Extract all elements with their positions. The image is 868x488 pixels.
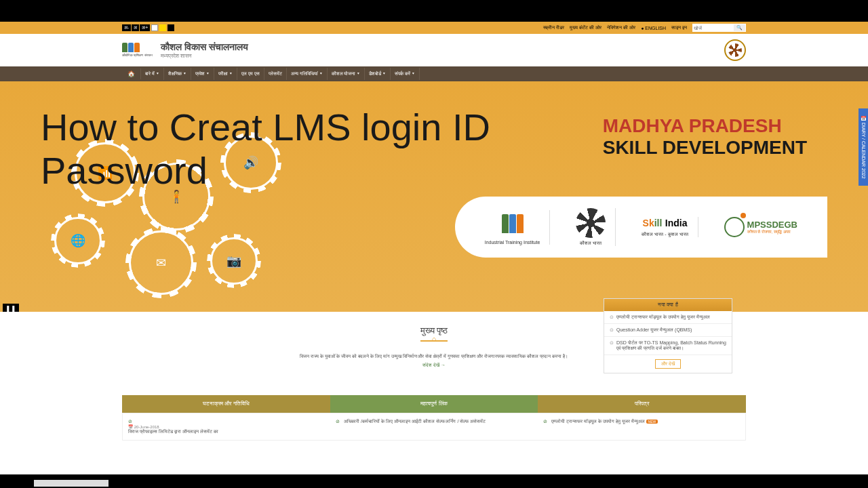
whats-new-item[interactable]: एम्प्लोयी ट्रान्सफर मॉड्यूल के उपयोग हेत…	[604, 311, 732, 324]
mail-icon: ✉	[156, 256, 166, 270]
site-title: कौशल विकास संचालनालय	[161, 41, 248, 53]
theme-black[interactable]	[167, 24, 174, 31]
text-size-plus[interactable]: अ+	[140, 24, 150, 31]
camera-icon: 📷	[226, 253, 241, 268]
nav-contact[interactable]: संपर्क करें ▾	[391, 68, 420, 80]
nav-exam[interactable]: परीक्षा ▾	[214, 68, 237, 80]
theme-yellow[interactable]	[159, 24, 166, 31]
whats-new-panel: नया क्या है एम्प्लोयी ट्रान्सफर मॉड्यूल …	[604, 298, 732, 373]
site-header: औद्योगिक प्रशिक्षण संस्थान कौशल विकास सं…	[0, 34, 868, 66]
divider-icon	[420, 340, 448, 342]
main-nav: 🏠 बारे में ▾ शैक्षणिक ▾ प्रवेश ▾ परीक्षा…	[0, 66, 868, 81]
nav-skill-plan[interactable]: कौशल योजना ▾	[328, 68, 366, 80]
tab-events-content: ⊘ 📅 20-June-2018 विराज प्रोफाइल्स लिमिटे…	[123, 413, 330, 440]
state-emblem	[724, 39, 746, 61]
check-icon: ⊘	[128, 419, 132, 424]
check-icon: ⊘	[543, 419, 547, 424]
nav-activities[interactable]: अन्य गतिविधियां ▾	[287, 68, 328, 80]
hero-title-2: SKILL DEVELOPMENT	[603, 137, 807, 159]
brand-iti: Industrial Training Institute	[475, 210, 551, 245]
utility-bar: अ- अ अ+ स्क्रीन रीडर मुख्य कंटेंट की ओर …	[0, 22, 868, 34]
more-button[interactable]: और देखें	[655, 359, 681, 369]
search-box: 🔍	[692, 24, 746, 32]
skip-content-link[interactable]: मुख्य कंटेंट की ओर	[570, 25, 601, 30]
main-content: नया क्या है एम्प्लोयी ट्रान्सफर मॉड्यूल …	[0, 312, 868, 474]
brand-strip: Industrial Training Institute कौशल भारत …	[455, 197, 827, 258]
video-bottom-bar	[0, 476, 868, 488]
nav-lms[interactable]: एल एम एस	[237, 68, 264, 80]
theme-white[interactable]	[151, 24, 158, 31]
ashoka-emblem-icon	[576, 208, 606, 238]
tab-circulars[interactable]: परिपत्र	[538, 395, 746, 413]
hero-title-1: MADHYA PRADESH	[603, 115, 807, 137]
info-tabs: घटनाक्रम और गतिविधि महत्वपूर्ण लिंक परिप…	[122, 395, 746, 441]
text-size-minus[interactable]: अ-	[122, 24, 131, 31]
tab-circulars-content: ⊘ एम्प्लोयी ट्रान्सफर मॉड्यूल के उपयोग ह…	[538, 413, 745, 440]
whats-new-header: नया क्या है	[604, 299, 732, 311]
globe-icon: 🌐	[71, 233, 85, 248]
nav-home[interactable]: 🏠	[122, 68, 141, 79]
nav-academic[interactable]: शैक्षणिक ▾	[164, 68, 191, 80]
progress-segment	[34, 480, 108, 487]
text-size-controls: अ- अ अ+	[122, 24, 150, 31]
text-size-normal[interactable]: अ	[132, 24, 139, 31]
nav-placement[interactable]: प्लेसमेंट	[264, 68, 287, 80]
screen-reader-link[interactable]: स्क्रीन रीडर	[543, 25, 564, 30]
language-toggle[interactable]: ● ENGLISH	[641, 26, 666, 30]
nav-admission[interactable]: प्रवेश ▾	[191, 68, 214, 80]
tab-events[interactable]: घटनाक्रम और गतिविधि	[122, 395, 330, 413]
search-button[interactable]: 🔍	[734, 24, 745, 31]
search-input[interactable]	[693, 25, 734, 31]
check-icon: ⊘	[336, 419, 340, 424]
skip-nav-link[interactable]: नेविगेशन की ओर	[607, 25, 635, 30]
site-subtitle: मध्यप्रदेश शासन	[161, 53, 248, 60]
carousel-pause-button[interactable]: ❚❚	[3, 304, 19, 312]
whats-new-item[interactable]: DSD पोर्टल पर TO-TS Mapping, Batch Statu…	[604, 337, 732, 355]
tab-links-content: ⊘ अधिकारी /कर्मचारियों के लिए ऑनलाइन आईट…	[330, 413, 538, 440]
gear-icon	[724, 217, 745, 237]
tab-links[interactable]: महत्वपूर्ण लिंक	[330, 395, 538, 413]
brand-mpssdegb: MPSSDEGB कौशल से रोजगार, समृद्धि अपार	[715, 217, 807, 237]
nav-about[interactable]: बारे में ▾	[141, 68, 164, 80]
whats-new-item[interactable]: Question Adder यूजर मैन्युअल (QBMS)	[604, 324, 732, 337]
video-overlay-title: How to Creat LMS login ID Password	[41, 106, 490, 193]
brand-skill-india: Skill India कौशल भारत - कुशल भारत	[632, 217, 698, 237]
nav-dashboard[interactable]: डैशबोर्ड ▾	[365, 68, 391, 80]
iti-logo[interactable]: औद्योगिक प्रशिक्षण संस्थान	[122, 43, 153, 58]
signin-link[interactable]: साइन इन	[671, 25, 687, 30]
hero-banner: 📶 🧍 🔊 🌐 ✉ 📷 How to Creat LMS login ID Pa…	[0, 81, 868, 312]
new-badge: NEW	[646, 420, 658, 424]
diary-calendar-tab[interactable]: 📅 DIARY / CALENDAR 2022	[859, 108, 868, 186]
brand-emblem: कौशल भारत	[566, 208, 616, 246]
